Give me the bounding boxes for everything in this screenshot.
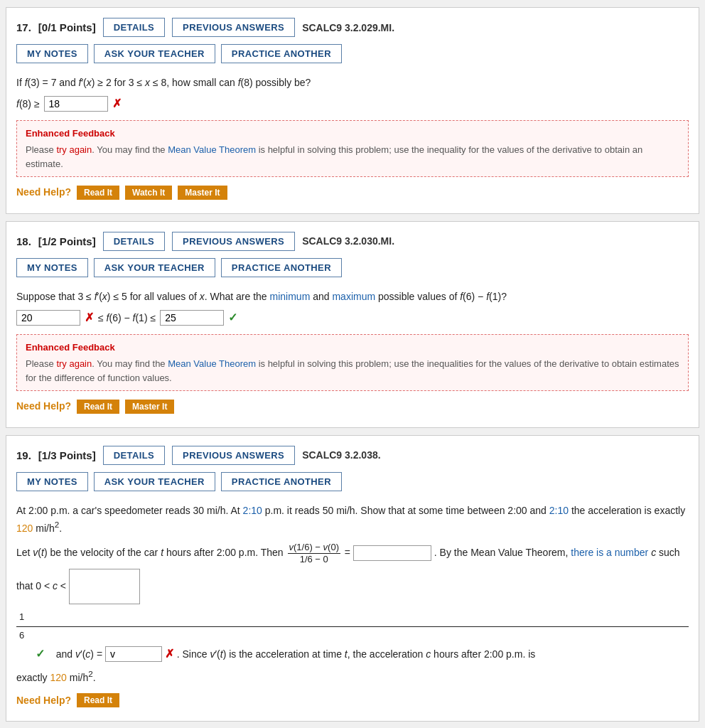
problem-17-practice-another-btn[interactable]: PRACTICE ANOTHER: [221, 44, 342, 63]
problem-18-read-it-btn[interactable]: Read It: [77, 400, 119, 414]
problem-17-need-help-label: Need Help?: [16, 184, 71, 200]
problem-19: 19. [1/3 Points] DETAILS PREVIOUS ANSWER…: [6, 435, 699, 722]
problem-19-header: 19. [1/3 Points] DETAILS PREVIOUS ANSWER…: [16, 446, 689, 465]
problem-19-mvt-input[interactable]: [353, 545, 431, 561]
problem-19-points: [1/3 Points]: [38, 449, 96, 461]
problem-17: 17. [0/1 Points] DETAILS PREVIOUS ANSWER…: [6, 7, 699, 214]
problem-18-answer-right-input[interactable]: [160, 310, 224, 326]
problem-17-action-row: MY NOTES ASK YOUR TEACHER PRACTICE ANOTH…: [16, 44, 689, 63]
problem-19-fraction-box: [69, 569, 140, 604]
problem-19-need-help: Need Help? Read It: [16, 692, 689, 708]
problem-18-content: Suppose that 3 ≤ f′(x) ≤ 5 for all value…: [16, 286, 689, 417]
problem-17-my-notes-btn[interactable]: MY NOTES: [16, 44, 88, 63]
problem-17-number: 17.: [16, 21, 31, 33]
problem-17-master-it-btn[interactable]: Master It: [178, 186, 227, 200]
problem-17-wrong-icon: ✗: [112, 95, 122, 113]
problem-17-prev-answers-btn[interactable]: PREVIOUS ANSWERS: [172, 18, 295, 37]
problem-17-header: 17. [0/1 Points] DETAILS PREVIOUS ANSWER…: [16, 18, 689, 37]
problem-18-feedback: Enhanced Feedback Please try again. You …: [16, 334, 689, 392]
problem-18-feedback-text: Please try again. You may find the Mean …: [26, 357, 679, 385]
problem-18-text: Suppose that 3 ≤ f′(x) ≤ 5 for all value…: [16, 289, 689, 304]
problem-19-content: At 2:00 p.m. a car's speedometer reads 3…: [16, 500, 689, 711]
problem-17-answer-line: f(8) ≥ ✗: [16, 95, 689, 113]
problem-19-read-it-btn[interactable]: Read It: [77, 693, 119, 707]
problem-17-feedback-title: Enhanced Feedback: [26, 127, 679, 141]
problem-18-action-row: MY NOTES ASK YOUR TEACHER PRACTICE ANOTH…: [16, 258, 689, 277]
problem-17-answer-prefix: f(8) ≥: [16, 96, 40, 112]
problem-18-my-notes-btn[interactable]: MY NOTES: [16, 258, 88, 277]
problem-17-ask-teacher-btn[interactable]: ASK YOUR TEACHER: [94, 44, 215, 63]
problem-19-text-line2: Let v(t) be the velocity of the car t ho…: [16, 542, 689, 564]
problem-17-feedback: Enhanced Feedback Please try again. You …: [16, 120, 689, 178]
problem-18-master-it-btn[interactable]: Master It: [125, 400, 174, 414]
problem-18-number: 18.: [16, 235, 31, 247]
problem-18-left-wrong-icon: ✗: [85, 309, 94, 327]
problem-18-need-help: Need Help? Read It Master It: [16, 398, 689, 414]
problem-19-number: 19.: [16, 449, 31, 461]
problem-19-text-line4: exactly 120 mi/h2.: [16, 668, 689, 685]
problem-18-answer-left-input[interactable]: [16, 310, 80, 326]
problem-17-need-help: Need Help? Read It Watch It Master It: [16, 184, 689, 200]
problem-17-watch-it-btn[interactable]: Watch It: [125, 186, 172, 200]
problem-18-header: 18. [1/2 Points] DETAILS PREVIOUS ANSWER…: [16, 232, 689, 251]
problem-19-need-help-label: Need Help?: [16, 692, 71, 708]
problem-19-practice-another-btn[interactable]: PRACTICE ANOTHER: [221, 472, 342, 491]
problem-18-ask-teacher-btn[interactable]: ASK YOUR TEACHER: [94, 258, 215, 277]
problem-17-content: If f(3) = 7 and f′(x) ≥ 2 for 3 ≤ x ≤ 8,…: [16, 72, 689, 203]
problem-18-practice-another-btn[interactable]: PRACTICE ANOTHER: [221, 258, 342, 277]
problem-18-details-btn[interactable]: DETAILS: [103, 232, 165, 251]
problem-19-text-line3: that 0 < c <: [16, 569, 689, 604]
problem-19-vc-input[interactable]: [105, 646, 162, 662]
problem-18-answer-line: ✗ ≤ f(6) − f(1) ≤ ✓: [16, 309, 689, 327]
problem-18: 18. [1/2 Points] DETAILS PREVIOUS ANSWER…: [6, 221, 699, 428]
problem-17-read-it-btn[interactable]: Read It: [77, 186, 119, 200]
problem-18-prev-answers-btn[interactable]: PREVIOUS ANSWERS: [172, 232, 295, 251]
problem-18-feedback-title: Enhanced Feedback: [26, 341, 679, 355]
problem-17-feedback-text: Please try again. You may find the Mean …: [26, 143, 679, 171]
problem-19-details-btn[interactable]: DETAILS: [103, 446, 165, 465]
problem-18-scalc-ref: SCALC9 3.2.030.MI.: [302, 235, 394, 247]
problem-19-scalc-ref: SCALC9 3.2.038.: [302, 449, 381, 461]
problem-19-vc-wrong-icon: ✗: [165, 648, 174, 660]
problem-17-points: [0/1 Points]: [38, 21, 96, 33]
problem-18-answer-middle: ≤ f(6) − f(1) ≤: [98, 310, 156, 326]
problem-17-text: If f(3) = 7 and f′(x) ≥ 2 for 3 ≤ x ≤ 8,…: [16, 75, 689, 90]
problem-19-prev-answers-btn[interactable]: PREVIOUS ANSWERS: [172, 446, 295, 465]
problem-19-text-line1: At 2:00 p.m. a car's speedometer reads 3…: [16, 503, 689, 536]
problem-17-scalc-ref: SCALC9 3.2.029.MI.: [302, 22, 394, 33]
problem-18-need-help-label: Need Help?: [16, 398, 71, 414]
problem-17-answer-input[interactable]: [44, 96, 108, 112]
problem-17-details-btn[interactable]: DETAILS: [103, 18, 165, 37]
problem-18-points: [1/2 Points]: [38, 235, 96, 247]
problem-18-right-check-icon: ✓: [228, 309, 237, 327]
problem-19-action-row: MY NOTES ASK YOUR TEACHER PRACTICE ANOTH…: [16, 472, 689, 491]
problem-19-my-notes-btn[interactable]: MY NOTES: [16, 472, 88, 491]
problem-19-ask-teacher-btn[interactable]: ASK YOUR TEACHER: [94, 472, 215, 491]
problem-19-fraction-check: ✓: [36, 648, 45, 660]
